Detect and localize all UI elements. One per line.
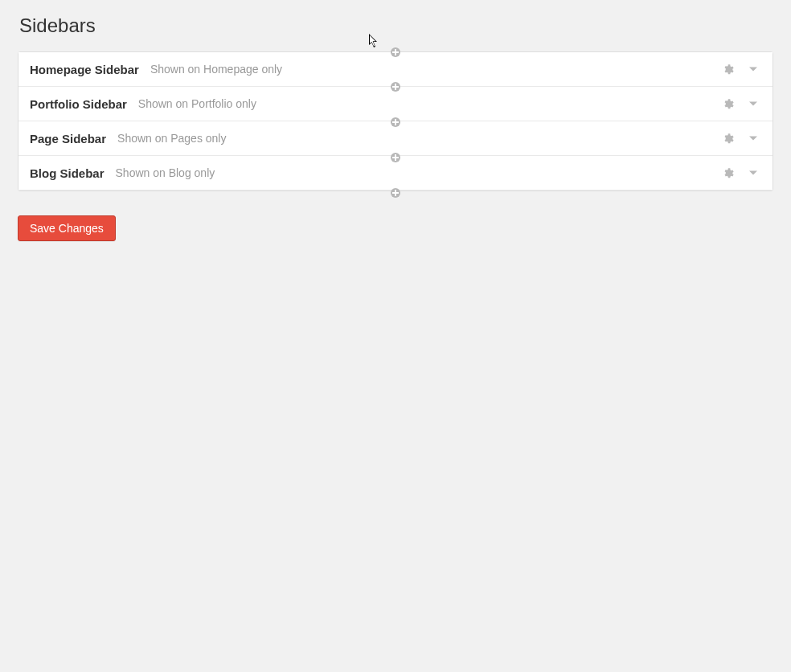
gear-icon[interactable] [719, 130, 736, 146]
sidebar-subtitle: Shown on Homepage only [150, 63, 282, 76]
add-sidebar-button[interactable] [391, 47, 400, 57]
chevron-down-icon[interactable] [745, 96, 761, 112]
chevron-down-icon[interactable] [745, 130, 761, 146]
gear-icon[interactable] [719, 165, 736, 181]
page-title: Sidebars [19, 14, 773, 37]
sidebar-subtitle: Shown on Portfolio only [138, 97, 256, 110]
sidebar-row: Portfolio Sidebar Shown on Portfolio onl… [18, 87, 773, 121]
add-sidebar-button[interactable] [391, 82, 400, 92]
gear-icon[interactable] [719, 96, 736, 112]
add-sidebar-button[interactable] [391, 117, 400, 127]
sidebar-title: Page Sidebar [30, 132, 106, 145]
sidebar-subtitle: Shown on Blog only [116, 166, 215, 179]
sidebar-title: Portfolio Sidebar [30, 97, 127, 111]
gear-icon[interactable] [719, 61, 736, 77]
sidebar-subtitle: Shown on Pages only [117, 132, 226, 145]
chevron-down-icon[interactable] [745, 165, 761, 181]
sidebar-title: Blog Sidebar [30, 166, 105, 180]
sidebar-title: Homepage Sidebar [30, 63, 139, 76]
add-sidebar-button[interactable] [391, 188, 400, 198]
chevron-down-icon[interactable] [745, 61, 761, 77]
add-sidebar-button[interactable] [391, 153, 400, 162]
save-changes-button[interactable]: Save Changes [18, 215, 116, 241]
sidebar-panel: Homepage Sidebar Shown on Homepage only … [18, 51, 773, 191]
